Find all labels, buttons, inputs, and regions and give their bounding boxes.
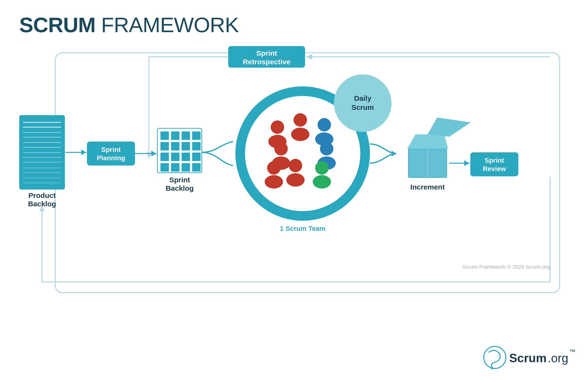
- svg-rect-46: [171, 163, 179, 171]
- svg-rect-39: [182, 142, 190, 151]
- svg-text:Backlog: Backlog: [166, 184, 194, 192]
- svg-point-88: [484, 346, 506, 368]
- svg-rect-37: [160, 142, 169, 151]
- svg-rect-40: [192, 142, 201, 151]
- svg-marker-31: [151, 151, 156, 156]
- svg-point-59: [320, 142, 333, 155]
- svg-rect-27: [87, 142, 135, 166]
- svg-rect-33: [160, 132, 169, 140]
- svg-rect-41: [160, 152, 169, 161]
- svg-marker-5: [306, 54, 312, 60]
- svg-point-70: [334, 74, 392, 132]
- svg-point-53: [271, 120, 284, 134]
- svg-point-57: [317, 118, 331, 132]
- svg-rect-42: [171, 152, 179, 161]
- svg-rect-80: [470, 152, 518, 176]
- svg-point-63: [274, 142, 288, 155]
- svg-point-65: [289, 159, 302, 172]
- svg-text:1 Scrum Team: 1 Scrum Team: [280, 225, 325, 232]
- svg-point-67: [267, 161, 281, 175]
- svg-text:Sprint: Sprint: [169, 176, 190, 184]
- svg-text:Sprint: Sprint: [256, 49, 277, 57]
- svg-text:™: ™: [569, 348, 575, 355]
- svg-text:Scrum: Scrum: [351, 103, 374, 111]
- svg-text:Sprint: Sprint: [101, 146, 121, 153]
- svg-point-68: [265, 175, 283, 189]
- svg-rect-35: [182, 132, 190, 140]
- svg-text:.org: .org: [548, 351, 568, 365]
- svg-rect-44: [192, 152, 201, 161]
- svg-point-62: [313, 175, 331, 189]
- svg-text:Scrum: Scrum: [509, 351, 547, 365]
- svg-point-66: [286, 173, 305, 187]
- svg-text:Sprint: Sprint: [485, 157, 504, 164]
- svg-text:Increment: Increment: [410, 183, 445, 191]
- svg-rect-38: [171, 142, 179, 151]
- svg-rect-36: [192, 132, 201, 140]
- svg-rect-48: [192, 163, 201, 171]
- svg-rect-47: [182, 163, 190, 171]
- svg-point-61: [315, 161, 329, 175]
- svg-text:Review: Review: [483, 165, 506, 172]
- svg-rect-34: [171, 132, 179, 140]
- svg-marker-79: [464, 160, 469, 166]
- svg-text:Daily: Daily: [354, 94, 371, 102]
- svg-marker-26: [81, 150, 86, 155]
- svg-point-89: [491, 367, 493, 369]
- svg-point-55: [294, 113, 307, 127]
- svg-point-56: [291, 128, 309, 141]
- svg-text:Product: Product: [28, 191, 56, 199]
- scrum-framework-diagram: Sprint Retrospective Product Backlog Spr…: [0, 0, 588, 380]
- svg-rect-45: [160, 163, 169, 171]
- svg-text:Planning: Planning: [97, 154, 125, 162]
- svg-text:Scrum Framework © 2020 Scrum.o: Scrum Framework © 2020 Scrum.org: [462, 264, 550, 270]
- svg-marker-73: [392, 151, 396, 156]
- svg-rect-43: [182, 152, 190, 161]
- svg-text:Retrospective: Retrospective: [243, 58, 290, 66]
